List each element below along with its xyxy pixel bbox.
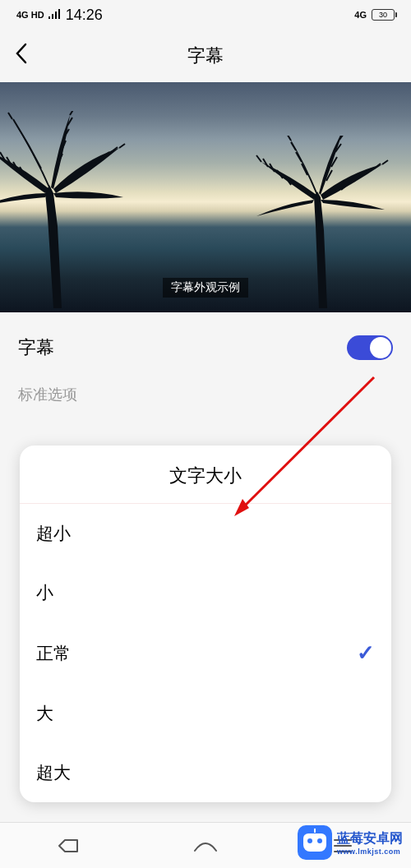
watermark-sub: www.lmkjst.com [337, 847, 403, 856]
nav-home-icon [193, 839, 218, 852]
palm-decoration-left [0, 111, 140, 308]
option-normal[interactable]: 正常 ✓ [20, 622, 391, 684]
status-bar: 4G HD 14:26 4G 30 [0, 0, 411, 30]
subtitle-example-text: 字幕外观示例 [163, 278, 248, 298]
option-small[interactable]: 小 [20, 563, 391, 622]
palm-decoration-right [247, 136, 395, 308]
status-right: 4G 30 [354, 9, 395, 21]
status-left: 4G HD 14:26 [16, 7, 103, 24]
check-icon: ✓ [357, 640, 375, 666]
battery-icon: 30 [372, 9, 395, 21]
subtitle-preview: 字幕外观示例 [0, 82, 411, 312]
signal-bars-icon [48, 9, 62, 21]
popup-title: 文字大小 [20, 446, 391, 503]
option-label: 超小 [36, 522, 71, 545]
option-label: 大 [36, 702, 53, 725]
section-label: 标准选项 [18, 385, 393, 404]
clock: 14:26 [66, 7, 103, 24]
toggle-knob [370, 337, 391, 358]
back-button[interactable] [15, 43, 28, 70]
font-size-popup: 文字大小 超小 小 正常 ✓ 大 超大 [20, 446, 391, 802]
battery-indicator: 30 [372, 9, 395, 21]
subtitle-toggle-label: 字幕 [18, 335, 54, 360]
watermark-main: 蓝莓安卓网 [337, 830, 403, 847]
chevron-left-icon [15, 43, 28, 64]
option-label: 正常 [36, 642, 71, 665]
watermark-text: 蓝莓安卓网 www.lmkjst.com [337, 830, 403, 856]
watermark: 蓝莓安卓网 www.lmkjst.com [298, 825, 403, 860]
subtitle-toggle[interactable] [347, 335, 393, 360]
option-label: 小 [36, 581, 53, 604]
option-extra-small[interactable]: 超小 [20, 504, 391, 563]
option-extra-large[interactable]: 超大 [20, 743, 391, 802]
network-indicator: 4G [354, 10, 367, 20]
settings-area: 字幕 标准选项 [0, 312, 411, 427]
option-large[interactable]: 大 [20, 684, 391, 743]
page-title: 字幕 [187, 44, 224, 68]
option-label: 超大 [36, 761, 71, 784]
nav-back[interactable] [0, 838, 137, 854]
watermark-icon [298, 825, 332, 860]
nav-back-icon [57, 838, 80, 854]
nav-home[interactable] [137, 839, 275, 852]
signal-indicator: 4G HD [16, 10, 44, 20]
header: 字幕 [0, 30, 411, 82]
subtitle-toggle-row: 字幕 [18, 335, 393, 360]
